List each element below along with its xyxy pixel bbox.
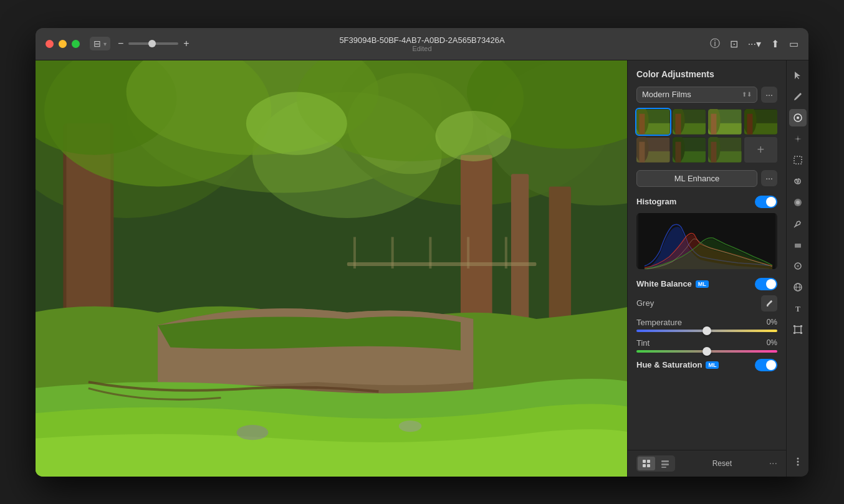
circle-tool[interactable]	[789, 109, 807, 126]
preset-thumb-4[interactable]	[744, 109, 778, 135]
svg-rect-59	[643, 460, 646, 463]
svg-line-71	[794, 226, 795, 227]
photo-canvas	[36, 60, 627, 477]
svg-point-20	[246, 92, 347, 155]
reset-button[interactable]: Reset	[707, 457, 737, 470]
tint-track[interactable]	[636, 350, 777, 353]
main-content: Color Adjustments Modern Films ⬆⬇ ···	[36, 60, 808, 477]
svg-rect-51	[675, 141, 681, 162]
chevron-down-icon: ▾	[103, 40, 107, 47]
smudge-tool[interactable]	[789, 257, 807, 275]
temperature-row: Temperature 0%	[636, 318, 777, 332]
svg-rect-80	[795, 326, 801, 333]
temperature-track[interactable]	[636, 330, 777, 332]
adjustments-panel: Color Adjustments Modern Films ⬆⬇ ···	[627, 60, 786, 477]
histogram-graph	[636, 213, 777, 269]
globe-tool[interactable]	[789, 278, 807, 296]
preset-thumb-3[interactable]	[708, 109, 742, 135]
histogram-section: Histogram	[636, 196, 777, 269]
temperature-label-row: Temperature 0%	[636, 318, 777, 327]
ml-enhance-button[interactable]: ML Enhance	[636, 170, 757, 187]
ml-enhance-row: ML Enhance ···	[636, 170, 777, 187]
eraser-tool[interactable]	[789, 236, 807, 254]
crop-icon[interactable]: ⊡	[730, 38, 738, 50]
sidebar-toggle-icon: ⊟	[94, 39, 101, 49]
cursor-tool[interactable]	[789, 67, 807, 84]
more-options-button[interactable]: ···	[769, 458, 777, 469]
ml-enhance-more-button[interactable]: ···	[761, 170, 777, 186]
svg-rect-68	[794, 156, 802, 164]
pen-tool[interactable]	[789, 215, 807, 232]
more-actions-icon[interactable]: ···▾	[748, 38, 761, 50]
lasso-tool[interactable]	[789, 173, 807, 190]
minimize-button[interactable]	[59, 40, 67, 48]
svg-rect-43	[747, 113, 752, 134]
zoom-in-button[interactable]: +	[183, 38, 189, 49]
transform-tool[interactable]	[789, 321, 807, 338]
tint-thumb[interactable]	[703, 347, 711, 356]
svg-rect-31	[639, 113, 645, 134]
grey-label: Grey	[636, 298, 654, 308]
panel-bottom: Reset ···	[628, 450, 786, 477]
panel-title: Color Adjustments	[636, 69, 777, 79]
svg-point-87	[797, 464, 798, 465]
preset-thumb-7[interactable]	[708, 137, 742, 163]
hue-sat-title: Hue & Saturation	[636, 360, 702, 369]
color-fill-tool[interactable]	[789, 194, 807, 211]
text-tool[interactable]: T	[789, 300, 807, 317]
sidebar-right-icon[interactable]: ▭	[789, 38, 798, 50]
hue-sat-header: Hue & Saturation ML	[636, 359, 777, 371]
tint-row: Tint 0%	[636, 338, 777, 353]
svg-point-13	[237, 425, 269, 440]
svg-rect-25	[429, 237, 431, 269]
preset-thumb-5[interactable]	[636, 137, 670, 163]
eyedropper-icon	[765, 299, 774, 307]
eyedropper-button[interactable]	[761, 295, 777, 311]
close-button[interactable]	[46, 40, 54, 48]
preset-thumb-6[interactable]	[673, 137, 706, 163]
preset-thumb-1[interactable]	[636, 109, 670, 135]
temperature-thumb[interactable]	[703, 326, 711, 335]
photo-area	[36, 60, 627, 477]
titlebar-left: ⊟ ▾ − +	[90, 37, 189, 50]
info-icon[interactable]: ⓘ	[710, 37, 720, 50]
white-balance-toggle[interactable]	[755, 278, 777, 290]
fullscreen-button[interactable]	[72, 40, 80, 48]
svg-rect-39	[711, 113, 716, 134]
brush-tool[interactable]	[789, 88, 807, 105]
file-title: 5F39094B-50BF-4AB7-A0BD-2A565B73426A	[339, 36, 504, 45]
white-balance-title: White Balance	[636, 279, 692, 288]
zoom-out-button[interactable]: −	[118, 38, 123, 49]
preset-add-button[interactable]: +	[744, 137, 778, 163]
titlebar: ⊟ ▾ − + 5F39094B-50BF-4AB7-A0BD-2A565B73…	[36, 28, 808, 60]
share-icon[interactable]: ⬆	[771, 38, 779, 50]
preset-more-button[interactable]: ···	[761, 87, 777, 103]
file-subtitle: Edited	[339, 45, 504, 52]
svg-rect-24	[391, 237, 394, 269]
sidebar-toggle[interactable]: ⊟ ▾	[90, 37, 110, 50]
white-balance-ml-badge: ML	[696, 280, 709, 288]
svg-rect-27	[505, 237, 507, 269]
svg-point-21	[436, 110, 511, 161]
preset-dropdown[interactable]: Modern Films ⬆⬇	[636, 87, 757, 103]
grid-view-button[interactable]	[638, 457, 655, 470]
zoom-slider[interactable]	[128, 42, 178, 45]
list-view-button[interactable]	[656, 457, 674, 470]
preset-thumb-2[interactable]	[673, 109, 706, 135]
hue-sat-toggle[interactable]	[755, 359, 777, 371]
svg-rect-23	[353, 237, 356, 269]
marquee-tool[interactable]	[789, 151, 807, 169]
preset-grid: +	[636, 109, 777, 163]
more-tools-button[interactable]	[789, 453, 807, 470]
svg-point-85	[797, 457, 798, 459]
histogram-toggle[interactable]	[755, 196, 777, 208]
right-toolbar: T	[786, 60, 808, 477]
app-window: ⊟ ▾ − + 5F39094B-50BF-4AB7-A0BD-2A565B73…	[36, 28, 808, 477]
traffic-lights	[46, 40, 80, 48]
svg-point-14	[399, 420, 421, 431]
sparkle-tool[interactable]	[789, 130, 807, 148]
svg-rect-61	[643, 464, 646, 467]
view-toggle	[636, 455, 675, 472]
svg-rect-26	[467, 237, 469, 269]
svg-text:T: T	[795, 305, 800, 313]
